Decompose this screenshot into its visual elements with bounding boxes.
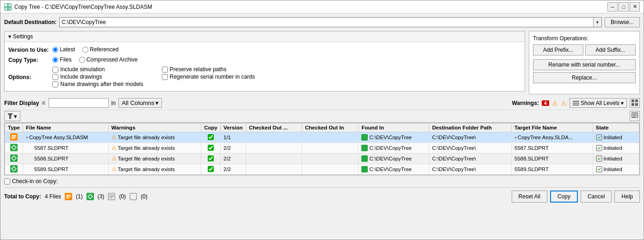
warning-cell: ⚠ Target file already exists [108, 164, 201, 175]
found-in-value: C:\DEV\CopyTree [369, 156, 412, 161]
copy-cell[interactable] [201, 132, 221, 143]
tree-expand-icon[interactable]: ▾ [26, 135, 28, 140]
checked-out-in-cell [302, 143, 359, 154]
reset-all-button[interactable]: Reset All [512, 191, 547, 203]
show-levels-icon [573, 100, 579, 106]
copy-checkbox[interactable] [208, 166, 214, 172]
target-dropdown-icon[interactable]: ▾ [514, 135, 517, 140]
show-all-levels-button[interactable]: Show All Levels ▾ [570, 98, 627, 108]
checkin-option[interactable]: Check-in on Copy: [4, 178, 640, 185]
checked-out-by-cell [246, 132, 302, 143]
filter-input[interactable] [49, 98, 109, 108]
include-drawings-option[interactable]: Include drawings [52, 74, 143, 80]
table-row[interactable]: 5589.SLDPRT ⚠ Target file already exists… [5, 164, 639, 175]
browse-button[interactable]: Browse... [605, 17, 640, 27]
svg-rect-19 [12, 138, 15, 139]
col-version[interactable]: Version [220, 123, 246, 132]
col-warnings[interactable]: Warnings [108, 123, 201, 132]
copy-checkbox[interactable] [208, 134, 214, 140]
warning-text: Target file already exists [118, 166, 175, 172]
destination-input[interactable] [60, 18, 593, 27]
target-file-cell[interactable]: 5587.SLDPRT [512, 143, 593, 154]
dest-folder-cell[interactable]: C:\DEV\CopyTree\ [429, 143, 511, 154]
funnel-button[interactable]: ▾ [4, 111, 20, 121]
table-view-button[interactable] [630, 98, 640, 108]
target-file-cell[interactable]: 5589.SLDPRT [512, 164, 593, 175]
add-suffix-button[interactable]: Add Suffix... [585, 44, 636, 55]
table-area: Filter Display = in All Columns ▾ Warnin… [4, 96, 640, 236]
warning-text: Target file already exists [118, 135, 175, 140]
preserve-paths-checkbox[interactable] [162, 67, 168, 73]
close-button[interactable]: ✕ [630, 2, 640, 12]
part-icon [10, 165, 18, 172]
include-simulation-checkbox[interactable] [52, 67, 58, 73]
total-draw-count: (0) [119, 193, 126, 200]
preserve-paths-option[interactable]: Preserve relative paths [162, 66, 255, 73]
destination-dropdown-arrow[interactable]: ▾ [593, 18, 601, 27]
checked-out-in-cell [302, 164, 359, 175]
export-button[interactable] [630, 111, 640, 121]
checkin-checkbox[interactable] [4, 178, 10, 185]
settings-header[interactable]: ▾ Settings [5, 31, 525, 42]
total-asm-count: (1) [76, 193, 83, 200]
include-drawings-checkbox[interactable] [52, 74, 58, 80]
maximize-button[interactable]: □ [619, 2, 629, 12]
cancel-button[interactable]: Cancel [581, 191, 612, 203]
copy-cell[interactable] [201, 154, 221, 164]
dest-folder-cell[interactable]: C:\DEV\CopyTree\ [429, 132, 511, 143]
regenerate-serial-checkbox[interactable] [162, 74, 168, 80]
version-referenced-option[interactable]: Referenced [82, 46, 118, 53]
svg-rect-15 [633, 117, 635, 117]
col-filename[interactable]: File Name [23, 123, 109, 132]
checked-out-by-cell [246, 164, 302, 175]
destination-combo[interactable]: ▾ [59, 17, 602, 27]
dest-folder-cell[interactable]: C:\DEV\CopyTree\ [429, 154, 511, 164]
col-checkedout-by[interactable]: Checked Out ... [246, 123, 302, 132]
rename-serial-button[interactable]: Rename with serial number... [533, 59, 636, 70]
copy-cell[interactable] [201, 143, 221, 154]
table-row[interactable]: 5587.SLDPRT ⚠ Target file already exists… [5, 143, 639, 154]
copy-checkbox[interactable] [208, 145, 214, 151]
copy-button[interactable]: Copy [550, 191, 578, 203]
dest-folder-cell[interactable]: C:\DEV\CopyTree\ [429, 164, 511, 175]
filename-value: 5588.SLDPRT [26, 156, 68, 161]
version-referenced-radio[interactable] [82, 47, 88, 53]
include-simulation-option[interactable]: Include simulation [52, 66, 143, 73]
version-latest-option[interactable]: Latest [52, 46, 75, 53]
copy-checkbox[interactable] [208, 155, 214, 161]
col-copy[interactable]: Copy [201, 123, 221, 132]
copy-files-option[interactable]: Files [52, 56, 71, 63]
col-found-in[interactable]: Found In [359, 123, 429, 132]
copy-files-radio[interactable] [52, 57, 58, 63]
regenerate-serial-option[interactable]: Regenerate serial number in cards [162, 74, 255, 80]
target-file-cell[interactable]: 5588.SLDPRT [512, 154, 593, 164]
add-prefix-button[interactable]: Add Prefix... [533, 44, 583, 55]
header-row: Type File Name Warnings Copy Version Che… [5, 123, 639, 132]
col-checkedout-in[interactable]: Checked Out In [302, 123, 359, 132]
filter-columns-button[interactable]: All Columns ▾ [118, 98, 162, 108]
col-dest-folder[interactable]: Destination Folder Path [429, 123, 511, 132]
name-drawings-checkbox[interactable] [52, 81, 58, 87]
found-in-value: C:\DEV\CopyTree [369, 166, 412, 172]
col-target-file[interactable]: Target File Name [512, 123, 593, 132]
svg-rect-2 [5, 7, 7, 10]
name-drawings-option[interactable]: Name drawings after their models [52, 81, 143, 87]
filter-columns-arrow: ▾ [155, 99, 159, 106]
checked-out-by-cell [246, 154, 302, 164]
version-latest-radio[interactable] [52, 47, 58, 53]
replace-button[interactable]: Replace... [533, 72, 636, 83]
help-button[interactable]: Help [614, 191, 640, 203]
table-row[interactable]: ▾ CopyTree Assy.SLDASM ⚠ Target file alr… [5, 132, 639, 143]
minimize-button[interactable]: ─ [607, 2, 618, 12]
col-type[interactable]: Type [5, 123, 23, 132]
copy-compressed-radio[interactable] [79, 57, 85, 63]
copy-cell[interactable] [201, 164, 221, 175]
copy-compressed-option[interactable]: Compressed Archive [79, 56, 138, 63]
col-state[interactable]: State [593, 123, 639, 132]
options-area: Include simulation Include drawings Name… [52, 66, 521, 87]
type-cell [5, 154, 23, 164]
asm-icon [10, 133, 18, 141]
settings-section: ▾ Settings Version to Use: Latest [4, 31, 525, 92]
target-file-cell[interactable]: ▾ CopyTree Assy.SLDA... [512, 132, 593, 143]
table-row[interactable]: 5588.SLDPRT ⚠ Target file already exists… [5, 154, 639, 164]
